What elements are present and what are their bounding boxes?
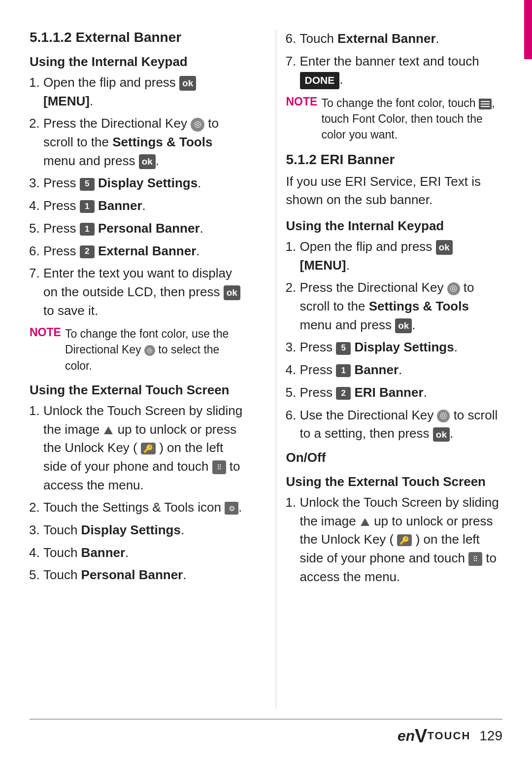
list-item: Press 2 ERI Banner. — [300, 383, 503, 402]
list-item: Enter the banner text and touch DONE. — [300, 52, 503, 89]
triangle-icon-1 — [104, 426, 113, 434]
right-column: Touch External Banner. Enter the banner … — [276, 30, 503, 709]
ok-key-icon-r2: ok — [395, 318, 412, 333]
external-touch-steps-right: Unlock the Touch Screen by sliding the i… — [286, 493, 503, 586]
list-item: Press 2 External Banner. — [43, 242, 246, 261]
page-container: 5.1.1.2 External Banner Using the Intern… — [0, 0, 532, 765]
list-item: Open the flip and press ok [MENU]. — [300, 238, 503, 275]
key-5-r-icon: 5 — [336, 342, 351, 355]
key-1-r-icon: 1 — [336, 364, 351, 377]
list-item: Touch Personal Banner. — [43, 566, 246, 585]
dir-key-icon: ◎ — [191, 118, 204, 132]
eri-banner-text: If you use ERI Service, ERI Text is show… — [286, 173, 503, 209]
list-item: Unlock the Touch Screen by sliding the i… — [300, 493, 503, 586]
key-5-icon: 5 — [80, 178, 95, 191]
external-touch-title-left: Using the External Touch Screen — [30, 382, 246, 398]
brand-en: en — [398, 728, 415, 744]
internal-keypad-steps-right: Open the flip and press ok [MENU]. Press… — [286, 238, 503, 443]
ok-key-icon2: ok — [139, 154, 156, 169]
key-1-icon: 1 — [80, 200, 95, 213]
continued-steps-right: Touch External Banner. Enter the banner … — [286, 30, 503, 89]
note-text-2: To change the font color, touch , touch … — [321, 95, 502, 143]
unlock-key-icon: 🔑 — [141, 443, 156, 454]
key-2-icon: 2 — [80, 245, 95, 258]
note-label-2: NOTE — [286, 95, 318, 143]
external-touch-title-right: Using the External Touch Screen — [286, 474, 503, 489]
brand-v: V — [415, 727, 427, 745]
list-item: Press 1 Banner. — [300, 361, 503, 380]
dir-key-icon-r6: ◎ — [437, 410, 450, 422]
dir-key-icon-r2: ◎ — [447, 282, 460, 295]
list-item: Enter the text you want to display on th… — [43, 264, 246, 320]
list-item: Open the flip and press ok [MENU]. — [43, 73, 246, 110]
list-item: Press 1 Personal Banner. — [43, 219, 246, 238]
on-off-title: On/Off — [286, 450, 503, 465]
settings-tools-icon: ⚙ — [225, 502, 238, 515]
section-title-512: 5.1.2 ERI Banner — [286, 152, 503, 168]
ok-key-icon-r1: ok — [436, 240, 453, 255]
footer: enVTOUCH 129 — [30, 719, 502, 745]
brand-touch: TOUCH — [427, 730, 470, 742]
dir-key-note: ◎ — [144, 345, 155, 356]
list-item: Press 1 Banner. — [43, 197, 246, 215]
list-item: Use the Directional Key ◎ to scroll to a… — [300, 406, 503, 443]
list-item: Unlock the Touch Screen by sliding the i… — [43, 402, 246, 494]
done-badge: DONE — [300, 72, 340, 89]
left-column: 5.1.1.2 External Banner Using the Intern… — [30, 30, 256, 709]
ok-key-icon: ok — [179, 76, 196, 91]
list-item: Touch the Settings & Tools icon ⚙. — [43, 498, 246, 517]
list-item: Press the Directional Key ◎ to scroll to… — [300, 278, 503, 334]
list-item: Press the Directional Key ◎ to scroll to… — [43, 114, 246, 170]
key-2-r-icon: 2 — [336, 387, 351, 400]
ok-key-icon3: ok — [224, 285, 240, 300]
external-touch-steps-left: Unlock the Touch Screen by sliding the i… — [30, 402, 246, 585]
list-item: Press 5 Display Settings. — [43, 174, 246, 193]
list-item: Touch External Banner. — [300, 30, 503, 48]
note-text-1: To change the font color, use the Direct… — [65, 326, 246, 374]
menu-label: [MENU] — [43, 94, 90, 108]
note-label-1: NOTE — [30, 326, 61, 374]
list-item: Press 5 Display Settings. — [300, 338, 503, 357]
internal-keypad-title-right: Using the Internal Keypad — [286, 218, 503, 234]
grid-icon-1: ⠿ — [212, 460, 226, 474]
list-item: Touch Display Settings. — [43, 521, 246, 540]
unlock-key-icon-2: 🔑 — [397, 534, 412, 546]
page-number: 129 — [479, 728, 502, 744]
ok-key-icon-r6: ok — [433, 427, 450, 442]
content-area: 5.1.1.2 External Banner Using the Intern… — [30, 30, 502, 709]
triangle-icon-2 — [361, 518, 369, 526]
accent-bar — [524, 0, 532, 59]
note-block-2: NOTE To change the font color, touch , t… — [286, 95, 503, 143]
menu-lines-icon — [479, 99, 492, 109]
internal-keypad-steps-left: Open the flip and press ok [MENU]. Press… — [30, 73, 246, 320]
section-title-5112: 5.1.1.2 External Banner — [30, 30, 246, 45]
internal-keypad-title-left: Using the Internal Keypad — [30, 54, 246, 70]
note-block-1: NOTE To change the font color, use the D… — [30, 326, 246, 374]
list-item: Touch Banner. — [43, 544, 246, 562]
brand: enVTOUCH — [398, 727, 470, 745]
grid-icon-2: ⠿ — [468, 552, 482, 566]
key-1b-icon: 1 — [80, 223, 95, 236]
